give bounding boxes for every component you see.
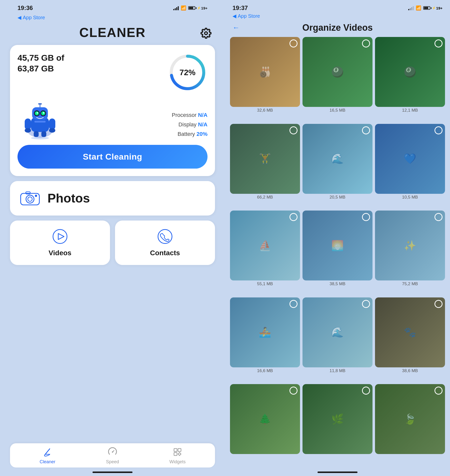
right-home-indicator — [318, 472, 358, 473]
card-middle: Processor N/A Display N/A Battery 20% — [18, 95, 208, 140]
video-item[interactable]: ✨75,2 MB — [375, 211, 445, 295]
right-status-bar: 19:37 📶 ⚡ 19+ — [225, 0, 450, 12]
widgets-icon — [173, 447, 182, 458]
circle-percent-text: 72% — [180, 68, 196, 77]
storage-used: 45,75 GB of — [18, 52, 64, 63]
tab-widgets-label: Widgets — [169, 459, 186, 465]
storage-info: 45,75 GB of 63,87 GB — [18, 52, 64, 74]
videos-card[interactable]: Videos — [10, 221, 110, 265]
video-select-circle[interactable] — [290, 213, 298, 221]
video-item[interactable]: 🏋66,2 MB — [230, 124, 300, 208]
main-info-card: 45,75 GB of 63,87 GB — [10, 45, 215, 176]
video-size: 55,1 MB — [257, 281, 273, 286]
video-select-circle[interactable] — [362, 126, 370, 134]
battery-icon: ⚡ 19+ — [188, 6, 208, 10]
video-item[interactable]: 🌊20,5 MB — [302, 124, 372, 208]
tab-cleaner[interactable]: Cleaner — [38, 447, 58, 465]
video-thumbnail: ✨ — [375, 211, 445, 280]
photos-card[interactable]: Photos — [10, 181, 215, 216]
video-item[interactable]: 🎱16,5 MB — [302, 37, 372, 121]
video-size: 10,5 MB — [402, 195, 418, 200]
svg-rect-17 — [49, 119, 55, 130]
svg-line-30 — [45, 449, 50, 454]
video-size: 20,5 MB — [330, 195, 345, 200]
left-back-arrow[interactable]: ◀ — [18, 14, 21, 20]
storage-total: 63,87 GB — [18, 63, 64, 74]
left-phone: 19:36 📶 ⚡ 19+ — [0, 0, 225, 476]
app-title: CLEANER — [79, 25, 146, 40]
organize-videos-title: Organize Videos — [242, 22, 433, 33]
tab-cleaner-label: Cleaner — [40, 459, 55, 465]
battery-stat: Battery 20% — [172, 131, 208, 137]
photos-label: Photos — [48, 191, 90, 206]
stats-block: Processor N/A Display N/A Battery 20% — [172, 112, 208, 140]
broom-icon — [43, 447, 52, 458]
video-item[interactable]: 🐾38,6 MB — [375, 297, 445, 382]
svg-point-21 — [31, 137, 49, 139]
tab-speed-label: Speed — [106, 459, 119, 465]
video-item[interactable]: 🍃 — [375, 384, 445, 463]
svg-point-24 — [28, 197, 32, 201]
video-select-circle[interactable] — [434, 126, 442, 134]
tab-widgets[interactable]: Widgets — [168, 447, 188, 465]
back-button[interactable]: ← — [232, 24, 240, 32]
video-item[interactable]: 🌿 — [302, 384, 372, 463]
svg-rect-15 — [25, 119, 31, 130]
left-appstore-bar[interactable]: ◀ App Store — [10, 13, 215, 22]
contacts-label: Contacts — [150, 249, 180, 257]
video-item[interactable]: 🎱12,1 MB — [375, 37, 445, 121]
video-item[interactable]: 🌲 — [230, 384, 300, 463]
right-appstore-label: App Store — [238, 13, 260, 19]
bottom-cards: Videos Contacts — [10, 221, 215, 265]
display-stat: Display N/A — [172, 121, 208, 128]
svg-marker-28 — [58, 234, 64, 239]
video-select-circle[interactable] — [434, 300, 442, 308]
left-appstore-label: App Store — [23, 15, 45, 20]
video-thumbnail: 🎳 — [230, 37, 300, 107]
right-appstore-bar[interactable]: ◀ App Store — [225, 12, 450, 20]
svg-point-14 — [43, 112, 44, 113]
video-thumbnail: 🌊 — [302, 297, 372, 367]
svg-rect-19 — [34, 131, 39, 137]
video-thumbnail: 💙 — [375, 124, 445, 194]
video-select-circle[interactable] — [290, 39, 298, 47]
start-cleaning-button[interactable]: Start Cleaning — [18, 145, 208, 169]
video-thumbnail: 🎱 — [375, 37, 445, 107]
speedometer-icon — [108, 447, 117, 458]
video-select-circle[interactable] — [362, 39, 370, 47]
video-select-circle[interactable] — [290, 300, 298, 308]
robot-icon — [18, 95, 62, 140]
video-thumbnail: 🌿 — [302, 384, 372, 454]
video-select-circle[interactable] — [290, 126, 298, 134]
contacts-card[interactable]: Contacts — [115, 221, 215, 265]
video-item[interactable]: 🌅38,5 MB — [302, 211, 372, 295]
video-select-circle[interactable] — [362, 300, 370, 308]
video-select-circle[interactable] — [362, 213, 370, 221]
video-size: 32,6 MB — [257, 108, 273, 113]
left-battery-label: 19+ — [201, 6, 208, 10]
video-size: 16,5 MB — [330, 108, 345, 113]
video-size: 11,8 MB — [330, 368, 345, 373]
video-size: 12,1 MB — [402, 108, 418, 113]
video-select-circle[interactable] — [434, 213, 442, 221]
video-item[interactable]: ⛵55,1 MB — [230, 211, 300, 295]
card-top: 45,75 GB of 63,87 GB — [18, 52, 208, 92]
video-thumbnail: 🌲 — [230, 384, 300, 454]
video-item[interactable]: 💙10,5 MB — [375, 124, 445, 208]
right-status-icons: 📶 ⚡ 19+ — [408, 5, 442, 11]
left-header: CLEANER — [10, 22, 215, 45]
video-item[interactable]: 🎳32,6 MB — [230, 37, 300, 121]
video-size: 38,5 MB — [330, 281, 345, 286]
processor-stat: Processor N/A — [172, 112, 208, 118]
svg-point-0 — [205, 32, 208, 35]
right-back-appstore[interactable]: ◀ — [232, 13, 236, 19]
video-item[interactable]: 🚣16,6 MB — [230, 297, 300, 382]
settings-button[interactable] — [200, 27, 212, 40]
tab-speed[interactable]: Speed — [102, 447, 122, 465]
video-item[interactable]: 🌊11,8 MB — [302, 297, 372, 382]
video-select-circle[interactable] — [434, 39, 442, 47]
right-signal-icon — [408, 6, 414, 10]
video-thumbnail: 🏋 — [230, 124, 300, 194]
gear-icon[interactable] — [200, 28, 212, 40]
video-thumbnail: 🌅 — [302, 211, 372, 280]
